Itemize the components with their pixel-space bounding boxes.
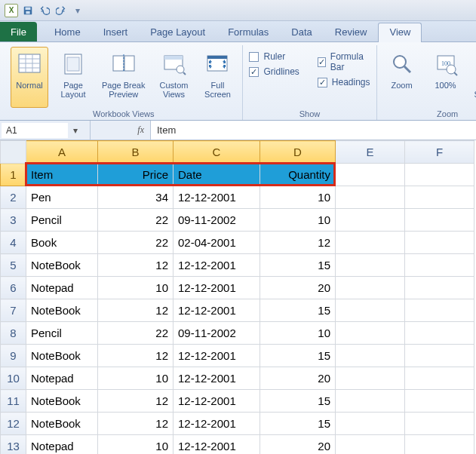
cell-E13[interactable] <box>336 435 405 455</box>
name-box-input[interactable] <box>2 123 68 138</box>
cell-E8[interactable] <box>336 322 405 345</box>
tab-formulas[interactable]: Formulas <box>217 22 280 41</box>
cell-D5[interactable]: 15 <box>260 254 336 277</box>
page-layout-button[interactable]: Page Layout <box>54 47 92 108</box>
cell-D11[interactable]: 15 <box>260 390 336 413</box>
cell-F12[interactable] <box>405 413 474 435</box>
column-header-D[interactable]: D <box>260 141 336 164</box>
cell-D8[interactable]: 10 <box>260 322 336 345</box>
cell-F1[interactable] <box>405 164 474 186</box>
tab-data[interactable]: Data <box>280 22 323 41</box>
excel-icon[interactable]: X <box>5 4 18 17</box>
cell-E11[interactable] <box>336 390 405 413</box>
custom-views-button[interactable]: Custom Views <box>155 47 192 108</box>
full-screen-button[interactable]: Full Screen <box>198 47 236 108</box>
cell-A2[interactable]: Pen <box>26 186 98 209</box>
redo-icon[interactable] <box>54 4 68 17</box>
undo-icon[interactable] <box>38 4 51 17</box>
cell-C4[interactable]: 02-04-2001 <box>174 232 260 254</box>
cell-B13[interactable]: 10 <box>98 435 174 455</box>
cell-F7[interactable] <box>405 299 474 322</box>
cell-B5[interactable]: 12 <box>98 254 174 277</box>
cell-A4[interactable]: Book <box>26 232 98 254</box>
cell-B3[interactable]: 22 <box>98 209 174 232</box>
cell-C2[interactable]: 12-12-2001 <box>174 186 260 209</box>
tab-page-layout[interactable]: Page Layout <box>139 22 217 41</box>
cell-A13[interactable]: Notepad <box>26 435 98 455</box>
cell-F2[interactable] <box>405 186 474 209</box>
cell-F13[interactable] <box>405 435 474 455</box>
formula-bar-checkbox[interactable]: Formula Bar <box>318 51 370 72</box>
cell-D10[interactable]: 20 <box>260 367 336 390</box>
cell-A7[interactable]: NoteBook <box>26 299 98 322</box>
row-header-13[interactable]: 13 <box>1 435 26 455</box>
cell-E6[interactable] <box>336 277 405 299</box>
tab-view[interactable]: View <box>378 23 422 42</box>
zoom-to-selection-button[interactable]: Zoom to Selection <box>471 47 476 108</box>
row-header-10[interactable]: 10 <box>1 367 26 390</box>
gridlines-checkbox[interactable]: Gridlines <box>249 66 299 77</box>
cell-A10[interactable]: Notepad <box>26 367 98 390</box>
cell-B8[interactable]: 22 <box>98 322 174 345</box>
row-header-1[interactable]: 1 <box>1 164 26 186</box>
cell-B1[interactable]: Price <box>98 164 174 186</box>
cell-F3[interactable] <box>405 209 474 232</box>
column-header-F[interactable]: F <box>405 141 474 164</box>
cell-E9[interactable] <box>336 345 405 367</box>
cell-B7[interactable]: 12 <box>98 299 174 322</box>
name-box-dropdown-icon[interactable]: ▾ <box>69 125 81 136</box>
cell-B2[interactable]: 34 <box>98 186 174 209</box>
save-icon[interactable] <box>21 4 35 17</box>
cell-C6[interactable]: 12-12-2001 <box>174 277 260 299</box>
zoom-button[interactable]: Zoom <box>383 47 421 108</box>
cell-D1[interactable]: Quantity <box>260 164 336 186</box>
cell-D2[interactable]: 10 <box>260 186 336 209</box>
cell-C3[interactable]: 09-11-2002 <box>174 209 260 232</box>
cell-D4[interactable]: 12 <box>260 232 336 254</box>
cell-A6[interactable]: Notepad <box>26 277 98 299</box>
tab-review[interactable]: Review <box>324 22 379 41</box>
fx-icon[interactable]: fx <box>137 124 144 136</box>
cell-A11[interactable]: NoteBook <box>26 390 98 413</box>
tab-file[interactable]: File <box>0 22 37 41</box>
cell-B4[interactable]: 22 <box>98 232 174 254</box>
tab-home[interactable]: Home <box>43 22 92 41</box>
cell-C5[interactable]: 12-12-2001 <box>174 254 260 277</box>
ruler-checkbox[interactable]: Ruler <box>249 51 299 62</box>
cell-F8[interactable] <box>405 322 474 345</box>
row-header-6[interactable]: 6 <box>1 277 26 299</box>
cell-E7[interactable] <box>336 299 405 322</box>
row-header-2[interactable]: 2 <box>1 186 26 209</box>
row-header-11[interactable]: 11 <box>1 390 26 413</box>
row-header-9[interactable]: 9 <box>1 345 26 367</box>
cell-D12[interactable]: 15 <box>260 413 336 435</box>
cell-F5[interactable] <box>405 254 474 277</box>
cell-C12[interactable]: 12-12-2001 <box>174 413 260 435</box>
cell-A9[interactable]: NoteBook <box>26 345 98 367</box>
qat-dropdown-icon[interactable]: ▾ <box>71 4 84 17</box>
normal-view-button[interactable]: Normal <box>11 47 48 108</box>
row-header-8[interactable]: 8 <box>1 322 26 345</box>
cell-D7[interactable]: 15 <box>260 299 336 322</box>
row-header-7[interactable]: 7 <box>1 299 26 322</box>
cell-C7[interactable]: 12-12-2001 <box>174 299 260 322</box>
column-header-B[interactable]: B <box>98 141 174 164</box>
cell-F4[interactable] <box>405 232 474 254</box>
column-header-A[interactable]: A <box>26 141 98 164</box>
cell-A1[interactable]: Item <box>26 164 98 186</box>
cell-A12[interactable]: NoteBook <box>26 413 98 435</box>
cell-E4[interactable] <box>336 232 405 254</box>
cell-B6[interactable]: 10 <box>98 277 174 299</box>
cell-F9[interactable] <box>405 345 474 367</box>
tab-insert[interactable]: Insert <box>92 22 140 41</box>
cell-D3[interactable]: 10 <box>260 209 336 232</box>
cell-D6[interactable]: 20 <box>260 277 336 299</box>
cell-A3[interactable]: Pencil <box>26 209 98 232</box>
cell-D13[interactable]: 20 <box>260 435 336 455</box>
page-break-preview-button[interactable]: Page Break Preview <box>98 47 149 108</box>
headings-checkbox[interactable]: Headings <box>318 77 370 87</box>
cell-E2[interactable] <box>336 186 405 209</box>
cell-A5[interactable]: NoteBook <box>26 254 98 277</box>
column-header-C[interactable]: C <box>174 141 260 164</box>
cell-E5[interactable] <box>336 254 405 277</box>
